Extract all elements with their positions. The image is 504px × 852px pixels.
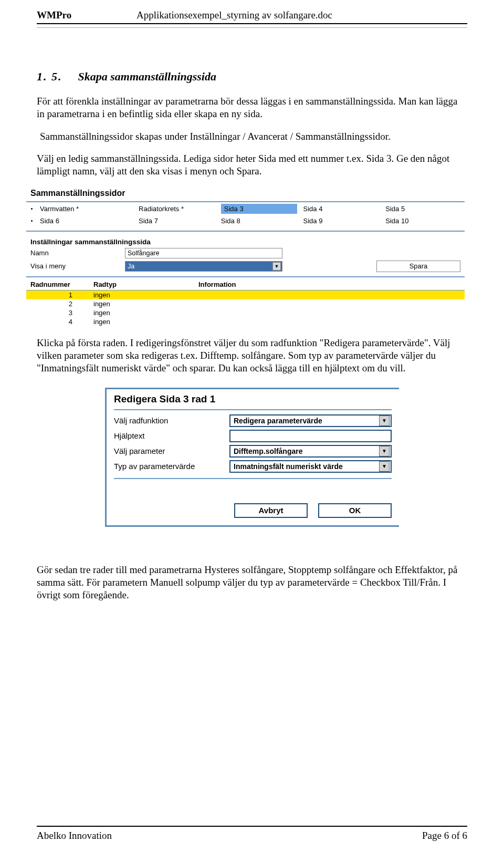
paragraph-1: För att förenkla inställningar av parame… xyxy=(37,95,467,121)
chevron-down-icon: ▼ xyxy=(379,415,390,426)
hjalptext-label: Hjälptext xyxy=(114,431,229,440)
ss2-title: Redigera Sida 3 rad 1 xyxy=(114,393,392,405)
th-radtyp: Radtyp xyxy=(93,280,198,288)
tab-sida3[interactable]: Sida 3 xyxy=(218,202,300,215)
ss1-table-header: Radnummer Radtyp Information xyxy=(26,277,465,290)
section-number: 1. 5. xyxy=(37,70,62,84)
typ-label: Typ av parametervärde xyxy=(114,462,229,471)
tab-sida7[interactable]: Sida 7 xyxy=(135,215,218,226)
tab-radiatorkrets[interactable]: Radiatorkrets * xyxy=(135,203,218,214)
tab-sida4[interactable]: Sida 4 xyxy=(300,203,383,214)
section-title: Skapa sammanställningssida xyxy=(78,70,216,83)
radfunktion-select[interactable]: Redigera parametervärde ▼ xyxy=(229,414,392,427)
product-name: WMPro xyxy=(37,9,136,21)
doc-title: Applikationsexempel_styrning av solfanga… xyxy=(136,9,332,21)
chevron-down-icon: ▼ xyxy=(272,262,281,271)
header-rule xyxy=(37,27,467,28)
table-row[interactable]: 1 ingen xyxy=(26,290,465,299)
paragraph-3: Välj en ledig sammanställningssida. Ledi… xyxy=(37,152,467,178)
tab-sida10[interactable]: Sida 10 xyxy=(382,215,465,226)
tab-sida5[interactable]: Sida 5 xyxy=(382,203,465,214)
footer-company: Abelko Innovation xyxy=(37,830,112,841)
name-label: Namn xyxy=(30,249,125,257)
name-input[interactable] xyxy=(125,248,282,258)
radfunktion-label: Välj radfunktion xyxy=(114,416,229,425)
tab-sida8[interactable]: Sida 8 xyxy=(218,215,300,226)
screenshot-edit-row: Redigera Sida 3 rad 1 Välj radfunktion R… xyxy=(105,388,399,527)
paragraph-5: Gör sedan tre rader till med parametrarn… xyxy=(37,564,467,602)
cancel-button[interactable]: Avbryt xyxy=(234,503,308,518)
paragraph-2: Sammanställningssidor skapas under Instä… xyxy=(40,130,467,143)
section-heading: 1. 5.Skapa sammanställningssida xyxy=(37,70,467,84)
typ-select[interactable]: Inmatningsfält numeriskt värde ▼ xyxy=(229,460,392,473)
footer-page: Page 6 of 6 xyxy=(422,830,467,841)
visa-label: Visa i meny xyxy=(30,262,125,270)
bullet-icon xyxy=(31,208,33,210)
parameter-select[interactable]: Difftemp.solfångare ▼ xyxy=(229,445,392,458)
page-footer: Abelko Innovation Page 6 of 6 xyxy=(37,826,467,841)
visa-value: Ja xyxy=(128,263,134,270)
tab-sida6[interactable]: Sida 6 xyxy=(37,215,135,226)
table-row[interactable]: 3 ingen xyxy=(26,308,465,317)
paragraph-4: Klicka på första raden. I redigeringsfön… xyxy=(37,337,467,375)
ss1-section-label: Inställningar sammanställningssida xyxy=(26,233,465,248)
tab-sida3-label: Sida 3 xyxy=(221,204,297,214)
table-row[interactable]: 2 ingen xyxy=(26,299,465,308)
ss1-form: Namn Visa i meny Ja ▼ Spara xyxy=(26,248,465,272)
screenshot-summary-pages: Sammanställningssidor Varmvatten * Radia… xyxy=(26,188,465,326)
th-information: Information xyxy=(198,280,460,288)
visa-select[interactable]: Ja ▼ xyxy=(125,261,282,272)
chevron-down-icon: ▼ xyxy=(379,461,390,472)
bullet-icon xyxy=(31,220,33,222)
table-row[interactable]: 4 ingen xyxy=(26,317,465,326)
tab-sida9[interactable]: Sida 9 xyxy=(300,215,383,226)
tab-varmvatten[interactable]: Varmvatten * xyxy=(37,203,135,214)
parameter-label: Välj parameter xyxy=(114,446,229,455)
ss1-tabs: Varmvatten * Radiatorkrets * Sida 3 Sida… xyxy=(26,202,465,248)
th-radnummer: Radnummer xyxy=(30,280,93,288)
page-header: WMPro Applikationsexempel_styrning av so… xyxy=(37,9,467,24)
chevron-down-icon: ▼ xyxy=(379,446,390,456)
ss1-title: Sammanställningssidor xyxy=(26,188,465,202)
spara-button[interactable]: Spara xyxy=(376,261,460,272)
ok-button[interactable]: OK xyxy=(318,503,392,518)
hjalptext-input[interactable] xyxy=(229,430,392,442)
